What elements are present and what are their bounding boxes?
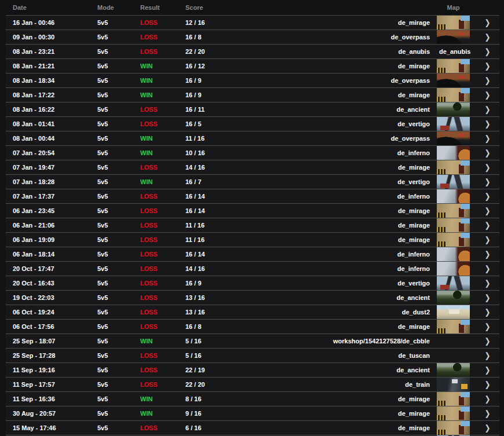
match-row[interactable]: 20 Oct - 16:43 5v5 LOSS 16 / 9 de_vertig… xyxy=(6,276,499,290)
chevron-right-icon[interactable]: ❯ xyxy=(484,105,490,113)
row-chevron-cell[interactable]: ❯ xyxy=(470,424,499,431)
chevron-right-icon[interactable]: ❯ xyxy=(484,380,490,389)
match-row[interactable]: 11 Sep - 19:16 5v5 LOSS 22 / 19 de_ancie… xyxy=(6,362,499,377)
chevron-right-icon[interactable]: ❯ xyxy=(484,236,490,244)
match-row[interactable]: 19 Oct - 22:03 5v5 LOSS 13 / 16 de_ancie… xyxy=(6,290,499,305)
match-row[interactable]: 06 Jan - 21:06 5v5 LOSS 11 / 16 de_mirag… xyxy=(6,218,499,232)
row-chevron-cell[interactable]: ❯ xyxy=(470,149,499,156)
row-chevron-cell[interactable]: ❯ xyxy=(470,381,499,388)
chevron-right-icon[interactable]: ❯ xyxy=(484,76,490,85)
match-date: 06 Jan - 21:06 xyxy=(13,222,97,229)
match-row[interactable]: 06 Oct - 17:56 5v5 LOSS 16 / 8 de_mirage… xyxy=(6,319,499,334)
match-row[interactable]: 08 Jan - 18:34 5v5 WIN 16 / 9 de_overpas… xyxy=(6,73,499,87)
chevron-right-icon[interactable]: ❯ xyxy=(484,192,490,200)
row-chevron-cell[interactable]: ❯ xyxy=(470,63,499,69)
match-date: 11 Sep - 17:57 xyxy=(13,381,97,388)
chevron-right-icon[interactable]: ❯ xyxy=(484,163,490,171)
match-mode: 5v5 xyxy=(97,77,140,84)
row-chevron-cell[interactable]: ❯ xyxy=(470,410,499,417)
row-chevron-cell[interactable]: ❯ xyxy=(470,193,499,200)
match-row[interactable]: 25 Sep - 18:07 5v5 WIN 5 / 16 workshop/1… xyxy=(6,334,499,348)
match-score: 5 / 16 xyxy=(185,338,243,345)
match-row[interactable]: 07 Jan - 19:47 5v5 LOSS 14 / 16 de_mirag… xyxy=(6,160,499,174)
match-row[interactable]: 25 Sep - 17:28 5v5 LOSS 5 / 16 de_tuscan… xyxy=(6,348,499,362)
match-result: LOSS xyxy=(140,236,185,243)
match-mode: 5v5 xyxy=(97,63,140,69)
chevron-right-icon[interactable]: ❯ xyxy=(484,337,490,345)
match-result: LOSS xyxy=(140,251,185,258)
match-row[interactable]: 11 Sep - 17:57 5v5 LOSS 22 / 20 de_train… xyxy=(6,377,499,391)
match-row[interactable]: 06 Oct - 19:24 5v5 LOSS 13 / 16 de_dust2… xyxy=(6,305,499,319)
match-row[interactable]: 09 Jan - 00:30 5v5 LOSS 16 / 8 de_overpa… xyxy=(6,30,499,44)
chevron-right-icon[interactable]: ❯ xyxy=(484,47,490,56)
row-chevron-cell[interactable]: ❯ xyxy=(470,294,499,301)
chevron-right-icon[interactable]: ❯ xyxy=(484,207,490,215)
chevron-right-icon[interactable]: ❯ xyxy=(484,62,490,70)
row-chevron-cell[interactable]: ❯ xyxy=(470,164,499,171)
match-row[interactable]: 08 Jan - 17:22 5v5 WIN 16 / 9 de_mirage … xyxy=(6,87,499,102)
chevron-right-icon[interactable]: ❯ xyxy=(484,250,490,258)
match-row[interactable]: 08 Jan - 00:44 5v5 WIN 11 / 16 de_overpa… xyxy=(6,131,499,145)
chevron-right-icon[interactable]: ❯ xyxy=(484,120,490,128)
row-chevron-cell[interactable]: ❯ xyxy=(470,280,499,287)
row-chevron-cell[interactable]: ❯ xyxy=(470,309,499,316)
row-chevron-cell[interactable]: ❯ xyxy=(470,222,499,229)
match-row[interactable]: 08 Jan - 16:22 5v5 LOSS 16 / 11 de_ancie… xyxy=(6,102,499,116)
chevron-right-icon[interactable]: ❯ xyxy=(484,221,490,229)
row-chevron-cell[interactable]: ❯ xyxy=(470,395,499,402)
match-row[interactable]: 08 Jan - 01:41 5v5 LOSS 16 / 5 de_vertig… xyxy=(6,116,499,131)
match-row[interactable]: 06 Jan - 18:14 5v5 LOSS 16 / 14 de_infer… xyxy=(6,247,499,261)
row-chevron-cell[interactable]: ❯ xyxy=(470,19,499,26)
match-row[interactable]: 07 Jan - 17:37 5v5 LOSS 16 / 14 de_infer… xyxy=(6,189,499,203)
match-row[interactable]: 11 Sep - 16:36 5v5 WIN 8 / 16 de_mirage … xyxy=(6,391,499,406)
chevron-right-icon[interactable]: ❯ xyxy=(484,323,490,331)
chevron-right-icon[interactable]: ❯ xyxy=(484,91,490,99)
row-chevron-cell[interactable]: ❯ xyxy=(470,236,499,243)
row-chevron-cell[interactable]: ❯ xyxy=(470,91,499,98)
row-chevron-cell[interactable]: ❯ xyxy=(470,77,499,84)
chevron-right-icon[interactable]: ❯ xyxy=(484,308,490,316)
row-chevron-cell[interactable]: ❯ xyxy=(470,352,499,359)
row-chevron-cell[interactable]: ❯ xyxy=(470,207,499,214)
match-row[interactable]: 08 Jan - 23:21 5v5 LOSS 22 / 20 de_anubi… xyxy=(6,44,499,58)
chevron-right-icon[interactable]: ❯ xyxy=(484,424,490,432)
match-row[interactable]: 16 Jan - 00:46 5v5 LOSS 12 / 16 de_mirag… xyxy=(6,15,499,30)
chevron-right-icon[interactable]: ❯ xyxy=(484,409,490,417)
row-chevron-cell[interactable]: ❯ xyxy=(470,367,499,373)
chevron-right-icon[interactable]: ❯ xyxy=(484,279,490,287)
match-score: 16 / 9 xyxy=(185,91,243,98)
chevron-right-icon[interactable]: ❯ xyxy=(484,134,490,142)
row-chevron-cell[interactable]: ❯ xyxy=(470,265,499,272)
match-row[interactable]: 07 Jan - 18:28 5v5 WIN 16 / 7 de_vertigo… xyxy=(6,174,499,189)
chevron-right-icon[interactable]: ❯ xyxy=(484,19,490,27)
row-chevron-cell[interactable]: ❯ xyxy=(470,135,499,142)
match-date: 20 Oct - 16:43 xyxy=(13,280,97,287)
chevron-right-icon[interactable]: ❯ xyxy=(484,366,490,374)
row-chevron-cell[interactable]: ❯ xyxy=(470,48,499,55)
chevron-right-icon[interactable]: ❯ xyxy=(484,33,490,41)
chevron-right-icon[interactable]: ❯ xyxy=(484,294,490,302)
match-date: 08 Jan - 17:22 xyxy=(13,91,97,98)
match-row[interactable]: 07 Jan - 20:54 5v5 WIN 10 / 16 de_infern… xyxy=(6,145,499,160)
chevron-right-icon[interactable]: ❯ xyxy=(484,351,490,360)
match-result: LOSS xyxy=(140,222,185,229)
map-thumbnail xyxy=(437,16,470,30)
row-chevron-cell[interactable]: ❯ xyxy=(470,338,499,345)
row-chevron-cell[interactable]: ❯ xyxy=(470,106,499,113)
row-chevron-cell[interactable]: ❯ xyxy=(470,120,499,127)
match-row[interactable]: 06 Jan - 19:09 5v5 LOSS 11 / 16 de_mirag… xyxy=(6,232,499,247)
match-row[interactable]: 08 Jan - 21:21 5v5 WIN 16 / 12 de_mirage… xyxy=(6,58,499,73)
match-row[interactable]: 30 Aug - 20:57 5v5 WIN 9 / 16 de_mirage … xyxy=(6,406,499,420)
chevron-right-icon[interactable]: ❯ xyxy=(484,149,490,157)
chevron-right-icon[interactable]: ❯ xyxy=(484,265,490,273)
chevron-right-icon[interactable]: ❯ xyxy=(484,178,490,186)
chevron-right-icon[interactable]: ❯ xyxy=(484,395,490,403)
match-row[interactable]: 15 May - 17:46 5v5 LOSS 6 / 16 de_mirage… xyxy=(6,420,499,435)
row-chevron-cell[interactable]: ❯ xyxy=(470,251,499,258)
row-chevron-cell[interactable]: ❯ xyxy=(470,34,499,41)
match-row[interactable]: 20 Oct - 17:47 5v5 LOSS 14 / 16 de_infer… xyxy=(6,261,499,276)
match-row[interactable]: 06 Jan - 23:45 5v5 LOSS 16 / 14 de_mirag… xyxy=(6,203,499,218)
row-chevron-cell[interactable]: ❯ xyxy=(470,323,499,330)
match-map-name: workshop/1542127528/de_cbble xyxy=(243,338,437,345)
row-chevron-cell[interactable]: ❯ xyxy=(470,178,499,185)
